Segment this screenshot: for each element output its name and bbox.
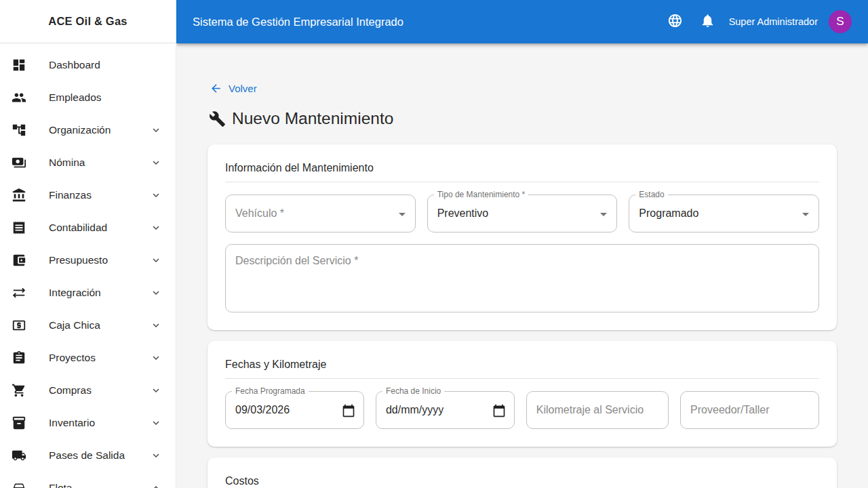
status-value: Programado bbox=[639, 207, 698, 220]
app-logo-text: ACE Oil & Gas bbox=[48, 15, 127, 28]
sidebar-item-caja-chica[interactable]: Caja Chica bbox=[0, 309, 176, 342]
globe-icon bbox=[667, 13, 683, 30]
mileage-input[interactable]: Kilometraje al Servicio bbox=[526, 391, 669, 429]
dropdown-arrow-icon bbox=[595, 206, 612, 225]
chevron-down-icon bbox=[150, 352, 162, 364]
inventory-box-icon bbox=[12, 415, 26, 430]
sidebar-item-label: Pases de Salida bbox=[49, 449, 150, 462]
chevron-down-icon bbox=[150, 254, 162, 266]
sidebar-item-label: Organización bbox=[49, 124, 150, 136]
notifications-button[interactable] bbox=[695, 9, 721, 35]
truck-icon bbox=[12, 448, 26, 463]
calendar-icon[interactable] bbox=[492, 404, 506, 420]
wallet-icon bbox=[12, 253, 26, 268]
maintenance-info-card: Información del Mantenimiento Vehículo *… bbox=[208, 144, 837, 330]
costs-card: Costos bbox=[208, 458, 837, 488]
user-name: Super Administrador bbox=[729, 16, 818, 27]
sidebar-item-label: Finanzas bbox=[49, 189, 150, 201]
chevron-down-icon bbox=[150, 449, 162, 462]
dates-mileage-row: Fecha Programada 09/03/2026 Fecha de Ini… bbox=[225, 391, 819, 429]
language-button[interactable] bbox=[663, 9, 688, 35]
maintenance-info-title: Información del Mantenimiento bbox=[225, 162, 819, 174]
chevron-down-icon bbox=[150, 287, 162, 299]
provider-placeholder: Proveedor/Taller bbox=[690, 404, 770, 416]
sidebar-item-contabilidad[interactable]: Contabilidad bbox=[0, 211, 176, 244]
vehicle-select-placeholder: Vehículo * bbox=[235, 207, 284, 220]
people-icon bbox=[12, 90, 26, 105]
chevron-down-icon bbox=[150, 222, 162, 234]
chevron-down-icon bbox=[150, 319, 162, 331]
sidebar-item-label: Contabilidad bbox=[49, 222, 150, 234]
topbar: Sistema de Gestión Empresarial Integrado… bbox=[176, 0, 868, 43]
back-link[interactable]: Volver bbox=[210, 82, 257, 95]
service-description-textarea[interactable]: Descripción del Servicio * bbox=[225, 244, 819, 312]
dates-mileage-title: Fechas y Kilometraje bbox=[225, 359, 819, 371]
main-column: Sistema de Gestión Empresarial Integrado… bbox=[176, 0, 868, 488]
sidebar-item-label: Caja Chica bbox=[49, 319, 150, 331]
receipt-icon bbox=[12, 220, 26, 235]
scheduled-date-value: 09/03/2026 bbox=[235, 404, 290, 416]
calendar-icon[interactable] bbox=[342, 404, 355, 420]
sidebar-item-label: Compras bbox=[49, 384, 150, 396]
page-title-text: Nuevo Mantenimiento bbox=[232, 109, 393, 128]
sidebar-item-label: Integración bbox=[49, 287, 150, 299]
sidebar-item-finanzas[interactable]: Finanzas bbox=[0, 179, 176, 211]
sidebar-item-inventario[interactable]: Inventario bbox=[0, 407, 176, 439]
sidebar-item-label: Nómina bbox=[49, 157, 150, 169]
provider-input[interactable]: Proveedor/Taller bbox=[680, 391, 819, 429]
topbar-title: Sistema de Gestión Empresarial Integrado bbox=[193, 16, 403, 28]
divider bbox=[225, 378, 819, 379]
sync-arrows-icon bbox=[12, 285, 26, 300]
maintenance-info-row: Vehículo * Tipo de Mantenimiento * Preve… bbox=[225, 195, 819, 232]
topbar-actions: Super Administrador S bbox=[663, 9, 852, 35]
maintenance-type-select[interactable]: Tipo de Mantenimiento * Preventivo bbox=[427, 195, 618, 232]
sidebar-nav: DashboardEmpleadosOrganizaciónNóminaFina… bbox=[0, 43, 176, 488]
sidebar-item-label: Dashboard bbox=[49, 59, 162, 71]
dashboard-icon bbox=[12, 58, 26, 73]
sidebar-item-pases-de-salida[interactable]: Pases de Salida bbox=[0, 439, 176, 472]
sidebar-item-label: Inventario bbox=[49, 417, 150, 429]
start-date-value: dd/mm/yyyy bbox=[386, 404, 443, 416]
status-select[interactable]: Estado Programado bbox=[629, 195, 819, 232]
sidebar-item-empleados[interactable]: Empleados bbox=[0, 81, 176, 114]
mileage-placeholder: Kilometraje al Servicio bbox=[536, 404, 644, 416]
car-icon bbox=[12, 481, 26, 488]
dropdown-arrow-icon bbox=[394, 206, 410, 225]
chevron-down-icon bbox=[150, 189, 162, 201]
sidebar-item-label: Proyectos bbox=[49, 352, 150, 364]
sidebar-item-label: Presupuesto bbox=[49, 254, 150, 266]
vehicle-select[interactable]: Vehículo * bbox=[225, 195, 416, 232]
maintenance-type-value: Preventivo bbox=[437, 207, 489, 220]
costs-title: Costos bbox=[225, 475, 819, 487]
start-date-input[interactable]: Fecha de Inicio dd/mm/yyyy bbox=[376, 391, 515, 429]
org-tree-icon bbox=[12, 123, 26, 138]
arrow-back-icon bbox=[210, 82, 222, 95]
sidebar-item-compras[interactable]: Compras bbox=[0, 374, 176, 407]
bank-icon bbox=[12, 188, 26, 203]
cash-box-icon bbox=[12, 318, 26, 333]
sidebar-item-proyectos[interactable]: Proyectos bbox=[0, 342, 176, 374]
clipboard-icon bbox=[12, 350, 26, 365]
bell-icon bbox=[700, 13, 715, 30]
sidebar-item-flota[interactable]: Flota bbox=[0, 472, 176, 488]
chevron-down-icon bbox=[150, 157, 162, 169]
chevron-up-icon bbox=[150, 482, 162, 488]
page-content: Volver Nuevo Mantenimiento Información d… bbox=[176, 43, 868, 488]
sidebar: ACE Oil & Gas DashboardEmpleadosOrganiza… bbox=[0, 0, 176, 488]
sidebar-item-label: Empleados bbox=[49, 92, 162, 104]
app-logo: ACE Oil & Gas bbox=[0, 0, 176, 43]
status-label: Estado bbox=[635, 190, 667, 199]
service-description-placeholder: Descripción del Servicio * bbox=[235, 255, 358, 266]
sidebar-item-integracion[interactable]: Integración bbox=[0, 277, 176, 309]
back-link-label: Volver bbox=[229, 83, 257, 94]
sidebar-item-nomina[interactable]: Nómina bbox=[0, 146, 176, 179]
page-title: Nuevo Mantenimiento bbox=[209, 109, 837, 128]
sidebar-item-organizacion[interactable]: Organización bbox=[0, 114, 176, 146]
sidebar-item-presupuesto[interactable]: Presupuesto bbox=[0, 244, 176, 277]
divider bbox=[225, 182, 819, 182]
chevron-down-icon bbox=[150, 384, 162, 396]
sidebar-item-dashboard[interactable]: Dashboard bbox=[0, 49, 176, 81]
dropdown-arrow-icon bbox=[797, 206, 814, 225]
avatar[interactable]: S bbox=[829, 10, 852, 33]
scheduled-date-input[interactable]: Fecha Programada 09/03/2026 bbox=[225, 391, 364, 429]
